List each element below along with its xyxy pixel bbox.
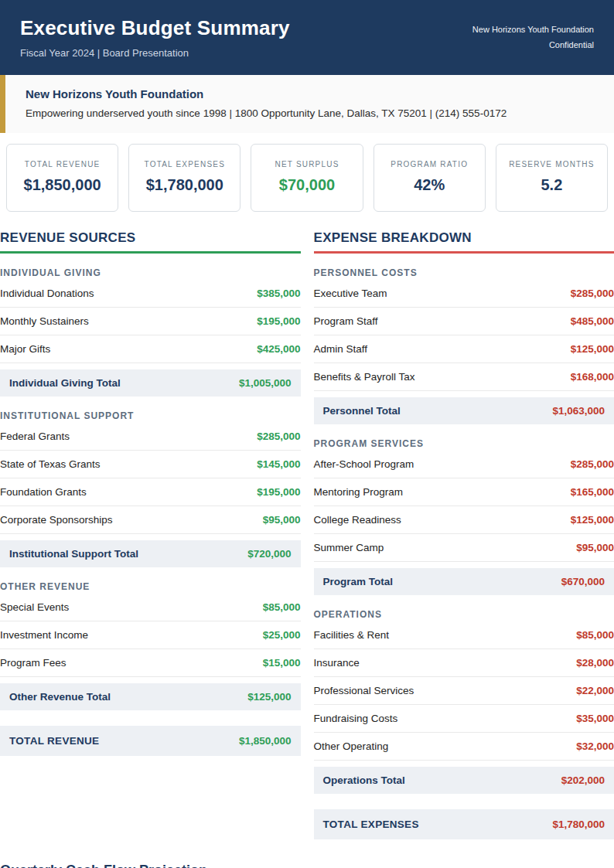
subtotal-amount: $670,000 [561,576,605,587]
metric-label: RESERVE MONTHS [501,160,602,168]
metric-card-total-expenses: TOTAL EXPENSES $1,780,000 [128,144,240,212]
expense-group-heading: OPERATIONS [314,609,614,620]
line-item-label: Facilities & Rent [314,629,390,641]
line-item-label: Mentoring Program [314,486,404,498]
subtotal-row: Operations Total $202,000 [314,767,614,794]
line-item: Federal Grants $285,000 [0,423,301,451]
line-item-label: State of Texas Grants [0,458,101,470]
subtotal-label: Operations Total [323,774,405,786]
line-item-amount: $285,000 [571,458,614,470]
grand-total-row-expenses: TOTAL EXPENSES $1,780,000 [314,809,614,839]
line-item-label: Individual Donations [0,288,94,299]
metric-label: PROGRAM RATIO [379,160,480,168]
metric-card-total-revenue: TOTAL REVENUE $1,850,000 [6,144,118,212]
line-item-amount: $35,000 [576,713,614,724]
metric-label: NET SURPLUS [256,160,357,168]
line-item: Fundraising Costs $35,000 [314,705,614,733]
line-item: Benefits & Payroll Tax $168,000 [314,363,614,391]
org-name: New Horizons Youth Foundation [26,87,594,100]
line-item-label: Program Fees [0,657,67,669]
metric-value: 42% [379,176,480,194]
page-header: Executive Budget Summary Fiscal Year 202… [0,0,614,75]
grand-total-label: TOTAL EXPENSES [323,819,419,830]
metric-value: $1,850,000 [12,176,113,194]
line-item: Monthly Sustainers $195,000 [0,308,301,335]
metric-value: $1,780,000 [134,176,235,194]
subtotal-row: Individual Giving Total $1,005,000 [0,369,301,397]
grand-total-amount: $1,850,000 [239,735,292,747]
metric-label: TOTAL EXPENSES [134,160,235,168]
line-item: Program Fees $15,000 [0,649,301,677]
line-item-label: Insurance [314,657,360,669]
org-tagline: Empowering underserved youth since 1998 … [26,107,594,119]
expense-group-heading: PERSONNEL COSTS [314,267,614,278]
line-item-amount: $28,000 [576,657,614,669]
line-item-amount: $15,000 [263,657,301,669]
line-item-label: Foundation Grants [0,486,87,498]
line-item: Investment Income $25,000 [0,621,301,649]
line-item-amount: $485,000 [571,315,614,327]
line-item-label: Other Operating [314,740,389,752]
line-item: State of Texas Grants $145,000 [0,451,301,478]
expense-section: EXPENSE BREAKDOWN PERSONNEL COSTS Execut… [314,230,614,839]
line-item-amount: $25,000 [263,629,301,641]
line-item-amount: $22,000 [576,685,614,696]
line-item-amount: $385,000 [257,288,300,299]
line-item-amount: $168,000 [571,371,614,383]
subtotal-amount: $720,000 [247,548,291,560]
line-item-label: Monthly Sustainers [0,315,89,327]
line-item: Admin Staff $125,000 [314,335,614,363]
line-item-amount: $125,000 [571,514,614,526]
header-title-block: Executive Budget Summary Fiscal Year 202… [20,16,290,59]
line-item: Facilities & Rent $85,000 [314,621,614,649]
expense-group-heading: PROGRAM SERVICES [314,438,614,449]
header-meta: New Horizons Youth Foundation Confidenti… [472,22,594,53]
subtotal-label: Program Total [323,576,394,587]
metric-cards-row: TOTAL REVENUE $1,850,000 TOTAL EXPENSES … [6,144,608,212]
subtotal-label: Individual Giving Total [9,377,121,389]
line-item-label: Investment Income [0,629,88,641]
subtotal-label: Institutional Support Total [9,548,138,560]
line-item: Corporate Sponsorships $95,000 [0,506,301,534]
line-item-amount: $195,000 [257,315,300,327]
metric-value: $70,000 [256,176,357,194]
header-org-name: New Horizons Youth Foundation [472,22,594,37]
metric-value: 5.2 [501,176,602,194]
subtotal-label: Personnel Total [323,405,401,417]
org-callout: New Horizons Youth Foundation Empowering… [0,75,614,133]
line-item-amount: $95,000 [576,542,614,553]
revenue-group-heading: INDIVIDUAL GIVING [0,267,301,278]
line-item-amount: $145,000 [257,458,300,470]
subtotal-amount: $125,000 [247,691,291,703]
subtotal-row: Personnel Total $1,063,000 [314,397,614,424]
page-title: Executive Budget Summary [20,16,290,40]
line-item-label: Summer Camp [314,542,384,553]
subtotal-label: Other Revenue Total [9,691,111,703]
line-item-label: Federal Grants [0,431,70,442]
line-item-label: Professional Services [314,685,414,696]
line-item-amount: $85,000 [576,629,614,641]
line-item-amount: $285,000 [571,288,614,299]
line-item-amount: $125,000 [571,343,614,355]
line-item-amount: $32,000 [576,740,614,752]
line-item: Mentoring Program $165,000 [314,478,614,506]
line-item-label: College Readiness [314,514,401,526]
line-item: After-School Program $285,000 [314,451,614,478]
line-item-label: Corporate Sponsorships [0,514,113,526]
line-item-amount: $165,000 [571,486,614,498]
confidential-label: Confidential [472,38,594,53]
subtotal-row: Institutional Support Total $720,000 [0,540,301,567]
line-item: Other Operating $32,000 [314,733,614,761]
line-item-label: Benefits & Payroll Tax [314,371,415,383]
budget-report-page: Executive Budget Summary Fiscal Year 202… [0,0,614,868]
line-item: Summer Camp $95,000 [314,534,614,562]
cashflow-section-title: Quarterly Cash Flow Projection [0,863,614,868]
revenue-section: REVENUE SOURCES INDIVIDUAL GIVING Indivi… [0,230,301,839]
line-item: Individual Donations $385,000 [0,280,301,308]
line-item-amount: $195,000 [257,486,300,498]
subtotal-amount: $202,000 [561,774,605,786]
subtotal-row: Other Revenue Total $125,000 [0,683,301,710]
metric-card-program-ratio: PROGRAM RATIO 42% [374,144,486,212]
line-item: Professional Services $22,000 [314,677,614,705]
line-item-amount: $425,000 [257,343,300,355]
